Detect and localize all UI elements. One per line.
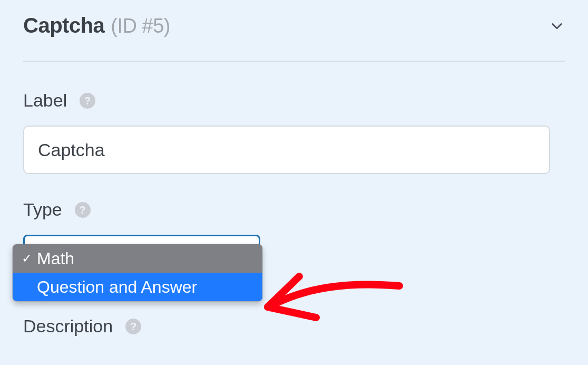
type-option-label: Math (37, 249, 74, 268)
type-select-wrap: ✓ Math Question and Answer (23, 235, 565, 254)
type-option-question-and-answer[interactable]: Question and Answer (13, 273, 262, 301)
label-field-block: Label ? (23, 90, 565, 174)
type-field-title: Type (23, 199, 62, 220)
chevron-down-icon[interactable] (549, 18, 565, 34)
label-field-header: Label ? (23, 90, 565, 111)
type-field-header: Type ? (23, 199, 565, 220)
help-icon[interactable]: ? (125, 319, 141, 334)
description-field-block: Description ? (23, 316, 565, 337)
help-icon[interactable]: ? (75, 202, 91, 218)
panel-title-group: Captcha (ID #5) (23, 14, 170, 37)
type-dropdown: ✓ Math Question and Answer (13, 244, 262, 301)
description-field-title: Description (23, 316, 113, 337)
panel-title: Captcha (23, 14, 104, 37)
description-field-header: Description ? (23, 316, 565, 337)
label-input[interactable] (23, 126, 550, 174)
panel-header[interactable]: Captcha (ID #5) (23, 11, 565, 37)
type-option-label: Question and Answer (37, 277, 197, 297)
label-field-title: Label (23, 90, 67, 111)
check-icon: ✓ (20, 251, 34, 266)
divider (23, 61, 565, 62)
panel-id: (ID #5) (111, 15, 170, 37)
help-icon[interactable]: ? (80, 93, 95, 109)
type-option-math[interactable]: ✓ Math (13, 244, 262, 273)
type-field-block: Type ? ✓ Math Question and Answer (23, 199, 565, 254)
captcha-field-panel: Captcha (ID #5) Label ? Type ? ✓ Math (0, 0, 588, 337)
